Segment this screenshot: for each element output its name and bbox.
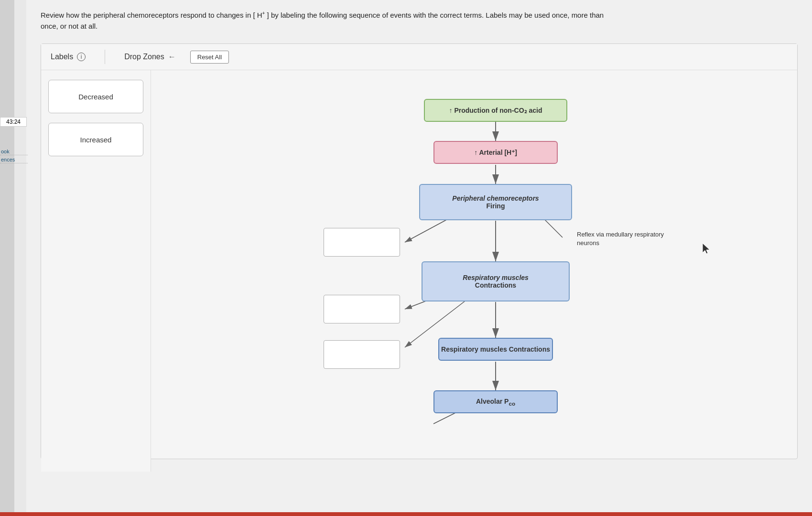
labels-column: Decreased Increased (41, 70, 151, 472)
main-container: Review how the peripheral chemoreceptors… (26, 0, 812, 516)
labels-title: Labels (51, 53, 73, 61)
drop-zone-2[interactable] (324, 295, 400, 323)
sidebar (0, 0, 14, 516)
box-alveolar: Alveolar Pco (433, 390, 558, 413)
info-icon[interactable]: i (77, 53, 86, 61)
drop-zone-1[interactable] (324, 228, 400, 257)
top-bar: Labels i Drop Zones ← Reset All (41, 44, 797, 70)
content-panel: Labels i Drop Zones ← Reset All Decrease… (41, 43, 798, 459)
reflex-label: Reflex via medullary respiratory neurons (577, 230, 672, 247)
bottom-bar (0, 512, 812, 516)
back-arrow-icon[interactable]: ← (168, 53, 176, 61)
cursor-icon (702, 242, 711, 258)
box-respiratory: Respiratory muscles Contractions (422, 261, 570, 301)
box-production: ↑ Production of non-CO₂ acid (424, 99, 567, 122)
box-ventilation: Respiratory muscles Contractions (438, 338, 553, 361)
labels-section: Labels i (51, 53, 86, 61)
sidebar-link-ook[interactable]: ook (0, 148, 28, 155)
two-col-layout: Decreased Increased (41, 70, 797, 472)
box-arterial-h: ↑ Arterial [H⁺] (433, 141, 558, 164)
dropzones-title: Drop Zones (124, 53, 164, 61)
box-chemoreceptors: Peripheral chemoreceptors Firing (419, 184, 572, 220)
svg-marker-11 (703, 243, 710, 254)
divider (105, 50, 105, 64)
instruction-text: Review how the peripheral chemoreceptors… (41, 10, 614, 32)
dropzones-section: Drop Zones ← (124, 53, 176, 61)
label-increased[interactable]: Increased (48, 123, 143, 156)
sidebar-link-ences[interactable]: ences (0, 156, 28, 163)
drop-zone-3[interactable] (324, 340, 400, 369)
flow-diagram: ↑ Production of non-CO₂ acid ↑ Arterial … (295, 80, 653, 462)
reset-all-button[interactable]: Reset All (190, 51, 229, 64)
label-decreased[interactable]: Decreased (48, 80, 143, 113)
dropzones-column: ↑ Production of non-CO₂ acid ↑ Arterial … (151, 70, 797, 472)
timer: 43:24 (0, 117, 27, 127)
